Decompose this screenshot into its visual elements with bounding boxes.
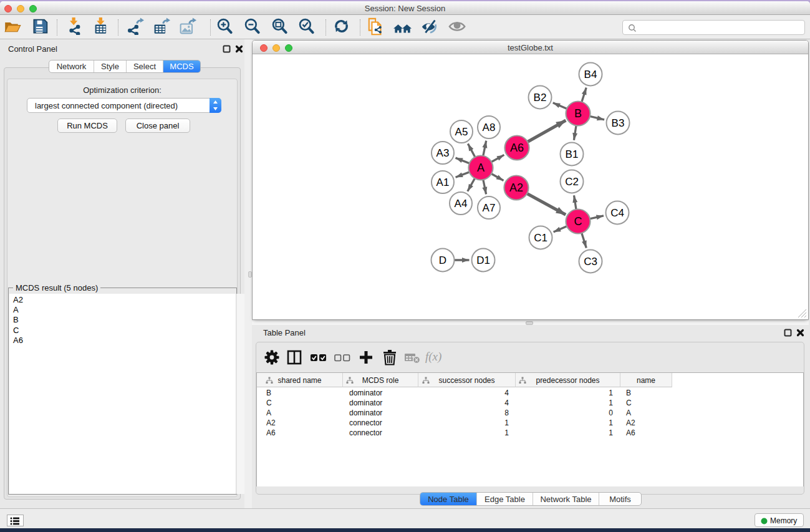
svg-text:A1: A1 xyxy=(436,177,450,188)
svg-text:B: B xyxy=(574,107,582,120)
svg-text:A3: A3 xyxy=(436,147,450,159)
svg-text:D1: D1 xyxy=(476,254,490,266)
svg-text:C: C xyxy=(574,215,582,228)
svg-text:B3: B3 xyxy=(612,117,625,129)
svg-text:C3: C3 xyxy=(584,256,597,268)
svg-text:A5: A5 xyxy=(455,126,468,138)
svg-text:B1: B1 xyxy=(566,148,579,160)
svg-text:A8: A8 xyxy=(483,122,496,133)
svg-text:A4: A4 xyxy=(455,198,468,210)
svg-text:D: D xyxy=(439,254,446,266)
svg-text:B2: B2 xyxy=(534,92,547,104)
svg-text:C1: C1 xyxy=(534,232,547,244)
svg-text:A6: A6 xyxy=(510,142,524,154)
svg-text:A2: A2 xyxy=(509,181,523,194)
svg-text:B4: B4 xyxy=(584,69,597,80)
svg-text:C4: C4 xyxy=(610,207,624,219)
svg-text:A: A xyxy=(477,162,485,174)
svg-text:C2: C2 xyxy=(565,176,579,188)
svg-text:A7: A7 xyxy=(483,202,496,214)
